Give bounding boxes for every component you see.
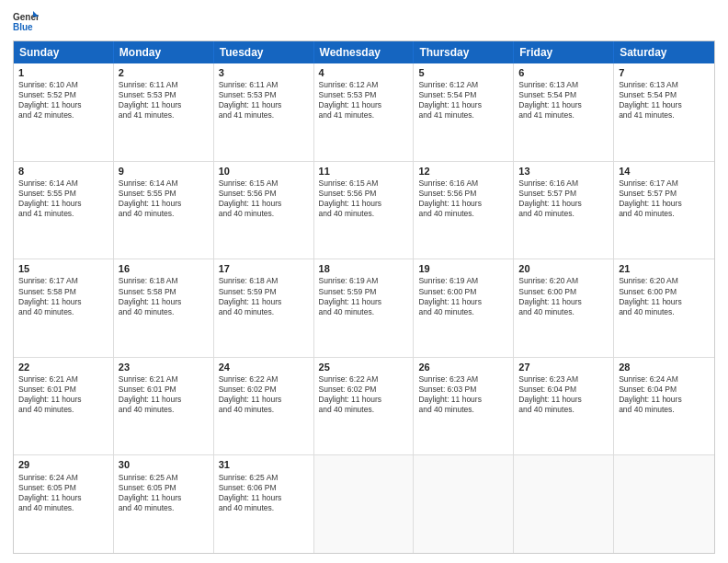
day-number: 8	[18, 165, 108, 178]
day-info: Sunrise: 6:17 AM	[619, 178, 678, 188]
day-info: Sunset: 6:05 PM	[119, 483, 176, 492]
day-info: Sunset: 5:55 PM	[119, 189, 176, 198]
calendar-cell: 9Sunrise: 6:14 AMSunset: 5:55 PMDaylight…	[114, 162, 214, 259]
day-info: and 40 minutes.	[18, 307, 74, 316]
day-info: Daylight: 11 hours	[18, 395, 82, 404]
day-info: Sunset: 6:06 PM	[219, 483, 277, 492]
day-info: Daylight: 11 hours	[619, 100, 682, 109]
day-info: Sunrise: 6:14 AM	[119, 178, 178, 188]
day-info: and 40 minutes.	[619, 405, 674, 414]
day-info: Sunrise: 6:21 AM	[18, 374, 78, 384]
day-info: Daylight: 11 hours	[119, 199, 182, 208]
day-info: and 41 minutes.	[319, 110, 374, 120]
calendar-cell: 19Sunrise: 6:19 AMSunset: 6:00 PMDayligh…	[414, 259, 514, 357]
day-number: 30	[119, 458, 209, 471]
day-info: Daylight: 11 hours	[319, 395, 382, 404]
calendar-cell: 22Sunrise: 6:21 AMSunset: 6:01 PMDayligh…	[14, 358, 114, 455]
day-info: Daylight: 11 hours	[418, 199, 482, 208]
day-number: 15	[18, 262, 108, 275]
calendar-cell: 11Sunrise: 6:15 AMSunset: 5:56 PMDayligh…	[314, 162, 415, 259]
day-info: Sunrise: 6:19 AM	[418, 276, 478, 285]
day-number: 12	[418, 165, 508, 178]
day-info: Daylight: 11 hours	[319, 100, 382, 109]
day-info: Sunset: 6:01 PM	[18, 385, 76, 394]
day-number: 19	[418, 262, 508, 275]
calendar-week-row: 1Sunrise: 6:10 AMSunset: 5:52 PMDaylight…	[14, 63, 714, 162]
day-info: Daylight: 11 hours	[119, 493, 182, 502]
day-number: 14	[619, 165, 710, 178]
calendar-cell: 27Sunrise: 6:23 AMSunset: 6:04 PMDayligh…	[514, 358, 614, 455]
day-info: Sunrise: 6:22 AM	[319, 374, 379, 384]
header: General Blue	[13, 9, 715, 35]
day-info: Sunrise: 6:15 AM	[219, 178, 279, 188]
day-info: and 40 minutes.	[619, 307, 674, 316]
weekday-header: Tuesday	[214, 41, 314, 63]
day-info: Daylight: 11 hours	[119, 297, 182, 306]
calendar-cell: 24Sunrise: 6:22 AMSunset: 6:02 PMDayligh…	[214, 358, 314, 455]
calendar-cell: 31Sunrise: 6:25 AMSunset: 6:06 PMDayligh…	[214, 455, 314, 553]
day-info: Sunset: 6:01 PM	[119, 385, 176, 394]
day-info: Sunset: 6:04 PM	[518, 385, 576, 394]
calendar-cell: 6Sunrise: 6:13 AMSunset: 5:54 PMDaylight…	[514, 63, 614, 161]
calendar-cell: 21Sunrise: 6:20 AMSunset: 6:00 PMDayligh…	[614, 259, 714, 357]
calendar-header: SundayMondayTuesdayWednesdayThursdayFrid…	[14, 41, 714, 63]
day-number: 7	[619, 66, 710, 79]
day-info: and 40 minutes.	[418, 405, 473, 414]
day-number: 3	[219, 66, 309, 79]
day-info: Sunrise: 6:17 AM	[18, 276, 78, 285]
weekday-header: Friday	[514, 41, 614, 63]
day-info: Sunset: 5:56 PM	[319, 189, 377, 198]
day-info: Sunset: 5:58 PM	[119, 287, 176, 296]
day-info: Sunrise: 6:21 AM	[119, 374, 178, 384]
day-info: Sunrise: 6:15 AM	[319, 178, 379, 188]
calendar-cell: 18Sunrise: 6:19 AMSunset: 5:59 PMDayligh…	[314, 259, 415, 357]
day-info: and 42 minutes.	[18, 110, 74, 120]
day-info: Daylight: 11 hours	[18, 493, 82, 502]
calendar-week-row: 8Sunrise: 6:14 AMSunset: 5:55 PMDaylight…	[14, 162, 714, 260]
calendar-week-row: 15Sunrise: 6:17 AMSunset: 5:58 PMDayligh…	[14, 259, 714, 358]
day-number: 21	[619, 262, 710, 275]
day-info: Sunrise: 6:11 AM	[119, 80, 178, 89]
day-info: Sunrise: 6:18 AM	[219, 276, 279, 285]
day-info: Daylight: 11 hours	[119, 395, 182, 404]
calendar-cell: 4Sunrise: 6:12 AMSunset: 5:53 PMDaylight…	[314, 63, 415, 161]
calendar-cell: 30Sunrise: 6:25 AMSunset: 6:05 PMDayligh…	[114, 455, 214, 553]
day-info: Sunrise: 6:16 AM	[418, 178, 478, 188]
day-info: and 41 minutes.	[518, 110, 574, 120]
day-info: Sunrise: 6:23 AM	[418, 374, 478, 384]
day-info: and 40 minutes.	[319, 405, 374, 414]
calendar-cell: 2Sunrise: 6:11 AMSunset: 5:53 PMDaylight…	[114, 63, 214, 161]
day-info: and 40 minutes.	[219, 307, 274, 316]
day-info: Sunset: 5:52 PM	[18, 90, 76, 99]
calendar-cell: 5Sunrise: 6:12 AMSunset: 5:54 PMDaylight…	[414, 63, 514, 161]
day-info: Sunset: 6:00 PM	[518, 287, 576, 296]
calendar-cell: 28Sunrise: 6:24 AMSunset: 6:04 PMDayligh…	[614, 358, 714, 455]
day-info: Sunset: 5:53 PM	[219, 90, 277, 99]
day-info: Sunset: 6:02 PM	[319, 385, 377, 394]
day-info: Sunset: 5:59 PM	[319, 287, 377, 296]
day-number: 11	[319, 165, 409, 178]
day-number: 24	[219, 361, 309, 373]
day-info: and 40 minutes.	[18, 405, 74, 414]
day-number: 13	[518, 165, 609, 178]
day-info: Daylight: 11 hours	[418, 395, 482, 404]
day-info: Sunset: 5:57 PM	[518, 189, 576, 198]
day-info: and 40 minutes.	[319, 209, 374, 218]
calendar-cell: 12Sunrise: 6:16 AMSunset: 5:56 PMDayligh…	[414, 162, 514, 259]
calendar-cell: 25Sunrise: 6:22 AMSunset: 6:02 PMDayligh…	[314, 358, 415, 455]
calendar-cell: 23Sunrise: 6:21 AMSunset: 6:01 PMDayligh…	[114, 358, 214, 455]
day-info: Sunset: 6:02 PM	[219, 385, 277, 394]
day-info: Sunrise: 6:24 AM	[619, 374, 678, 384]
day-number: 17	[219, 262, 309, 275]
day-info: Sunset: 5:59 PM	[219, 287, 277, 296]
day-number: 4	[319, 66, 409, 79]
day-info: and 40 minutes.	[18, 503, 74, 512]
day-info: Sunset: 5:54 PM	[518, 90, 576, 99]
day-info: and 40 minutes.	[219, 503, 274, 512]
calendar-week-row: 22Sunrise: 6:21 AMSunset: 6:01 PMDayligh…	[14, 358, 714, 456]
day-info: and 40 minutes.	[219, 209, 274, 218]
day-info: Sunset: 6:03 PM	[418, 385, 476, 394]
day-number: 28	[619, 361, 710, 373]
calendar-cell: 29Sunrise: 6:24 AMSunset: 6:05 PMDayligh…	[14, 455, 114, 553]
day-number: 10	[219, 165, 309, 178]
